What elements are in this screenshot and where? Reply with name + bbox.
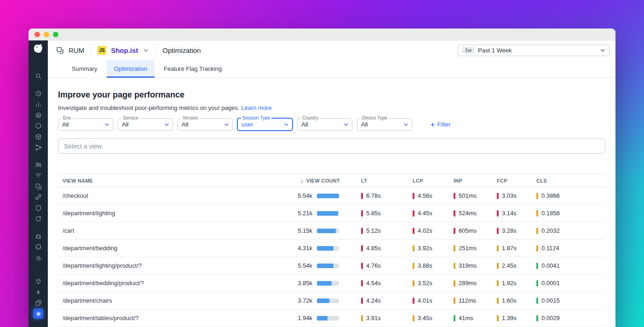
filter-device-type[interactable]: Device TypeAll — [357, 118, 412, 131]
lcp-value: 4.45s — [418, 210, 432, 217]
close-button[interactable] — [34, 32, 40, 37]
filter-label: Country — [301, 115, 320, 120]
fcp-cell: 1.92s — [497, 280, 536, 287]
view-name-cell[interactable]: /checkout — [58, 192, 283, 199]
orange-severity-indicator-icon — [497, 298, 499, 304]
fcp-value: 3.28s — [502, 227, 517, 234]
table-body: /checkout5.54k6.78s4.56s501ms3.03s0.3866… — [58, 187, 605, 327]
apm-traces-icon[interactable] — [32, 142, 44, 153]
quick-actions-icon[interactable] — [32, 287, 44, 298]
filter-country[interactable]: CountryAll — [297, 118, 352, 131]
red-severity-indicator-icon — [413, 210, 414, 217]
datadog-logo-icon[interactable] — [32, 43, 44, 54]
integrations-icon[interactable] — [32, 276, 44, 287]
ci-visibility-icon[interactable] — [32, 241, 44, 252]
filter-value: All — [361, 121, 368, 128]
view-name-cell[interactable]: /department/bedding — [58, 245, 283, 252]
pipelines-icon[interactable] — [32, 170, 44, 181]
app-switcher-chevron-icon[interactable] — [143, 48, 149, 53]
table-row[interactable]: /department/lighting/product/?5.54k4.76s… — [58, 257, 605, 275]
column-lt[interactable]: LT — [361, 178, 413, 184]
table-row[interactable]: /department/bedding4.31k4.85s3.92s251ms1… — [58, 240, 605, 257]
metrics-icon[interactable] — [32, 99, 44, 110]
inp-cell: 605ms — [454, 227, 497, 234]
tab-feature-flag-tracking[interactable]: Feature Flag Tracking — [156, 60, 229, 78]
tab-summary[interactable]: Summary — [64, 60, 105, 78]
filter-service[interactable]: ServiceAll — [118, 118, 173, 131]
column-view-count[interactable]: ↓ VIEW COUNT — [283, 177, 361, 184]
zoom-button[interactable] — [53, 32, 58, 37]
orange-severity-indicator-icon — [536, 193, 538, 199]
learn-more-link[interactable]: Learn more — [241, 104, 271, 111]
lt-cell: 4.24s — [361, 297, 413, 304]
rum-product-icon — [56, 46, 64, 54]
column-view-name[interactable]: VIEW NAME — [58, 178, 283, 184]
column-lcp[interactable]: LCP — [413, 178, 454, 184]
view-select-input[interactable] — [58, 138, 605, 154]
lt-value: 5.12s — [366, 227, 381, 234]
view-name-cell[interactable]: /department/lighting — [58, 210, 283, 217]
table-row[interactable]: /department/tables/product/?1.94k3.91s3.… — [58, 310, 605, 327]
search-icon[interactable] — [32, 71, 44, 82]
table-row[interactable]: /department/lighting5.21k5.85s4.45s524ms… — [58, 205, 605, 222]
view-count-cell: 4.31k — [283, 245, 361, 252]
lt-value: 4.76s — [366, 262, 381, 269]
table-row[interactable]: /checkout5.54k6.78s4.56s501ms3.03s0.3866 — [58, 187, 605, 205]
service-map-icon[interactable] — [32, 192, 44, 203]
minimize-button[interactable] — [44, 32, 49, 37]
app-name[interactable]: Shop.ist — [111, 46, 138, 54]
column-inp[interactable]: INP — [454, 178, 497, 184]
lcp-value: 4.01s — [418, 297, 432, 304]
fcp-value: 1.87s — [502, 245, 517, 252]
table-row[interactable]: /department/chairs3.72k4.24s4.01s112ms1.… — [58, 292, 605, 310]
logs-icon[interactable] — [32, 252, 44, 264]
user-sessions-icon[interactable] — [32, 160, 44, 171]
red-severity-indicator-icon — [413, 193, 414, 199]
active-product-icon[interactable] — [32, 309, 44, 320]
orange-severity-indicator-icon — [454, 263, 455, 269]
column-fcp[interactable]: FCP — [497, 178, 536, 184]
error-tracking-icon[interactable] — [32, 231, 44, 242]
rum-frames-icon[interactable] — [32, 181, 44, 192]
watchdog-icon[interactable] — [32, 88, 44, 99]
security-icon[interactable] — [32, 203, 44, 214]
tab-optimization[interactable]: Optimization — [107, 60, 155, 78]
view-count-cell: 1.94k — [283, 315, 361, 321]
fcp-cell: 3.28s — [497, 227, 536, 234]
view-name-cell[interactable]: /department/tables/product/? — [58, 315, 283, 321]
red-severity-indicator-icon — [361, 280, 363, 287]
app-header: RUM JS Shop.ist Optimization 1w Past 1 W… — [48, 40, 615, 60]
column-cls[interactable]: CLS — [536, 178, 605, 184]
dashboards-icon[interactable] — [32, 110, 44, 121]
table-row[interactable]: /department/bedding/product/?3.85k4.54s3… — [58, 275, 605, 292]
add-filter-button[interactable]: + Filter — [431, 121, 451, 128]
synthetics-icon[interactable] — [32, 213, 44, 224]
cls-value: 0.0041 — [541, 262, 560, 269]
cls-value: 0.0001 — [541, 280, 560, 287]
chevron-down-icon — [600, 49, 605, 52]
column-view-count-label: VIEW COUNT — [306, 178, 340, 184]
view-name-cell[interactable]: /department/lighting/product/? — [58, 262, 283, 269]
view-name-cell[interactable]: /department/chairs — [58, 297, 283, 304]
view-name-cell[interactable]: /cart — [58, 227, 283, 234]
chevron-down-icon — [105, 123, 109, 126]
containers-icon[interactable] — [32, 132, 44, 143]
filter-label: Env — [62, 115, 72, 120]
filter-version[interactable]: VersionAll — [178, 118, 233, 131]
filter-env[interactable]: EnvAll — [58, 118, 113, 131]
lt-cell: 5.12s — [361, 227, 413, 234]
time-range-picker[interactable]: 1w Past 1 Week — [458, 45, 610, 56]
table-row[interactable]: /cart5.15k5.12s4.02s605ms3.28s0.2032 — [58, 222, 605, 240]
view-count-cell: 5.15k — [283, 227, 361, 234]
infrastructure-icon[interactable] — [32, 120, 44, 132]
red-severity-indicator-icon — [454, 210, 455, 217]
sidebar-group — [32, 231, 44, 264]
docs-icon[interactable] — [32, 298, 44, 309]
page-description: Investigate and troubleshoot poor-perfor… — [58, 104, 605, 111]
sidebar-group — [32, 160, 44, 224]
sidebar-group — [32, 88, 44, 153]
sidebar-group — [32, 71, 44, 82]
view-name-cell[interactable]: /department/bedding/product/? — [58, 280, 283, 287]
filter-session-type[interactable]: Session Typeuser — [237, 118, 293, 131]
cls-cell: 0.0001 — [536, 280, 605, 287]
